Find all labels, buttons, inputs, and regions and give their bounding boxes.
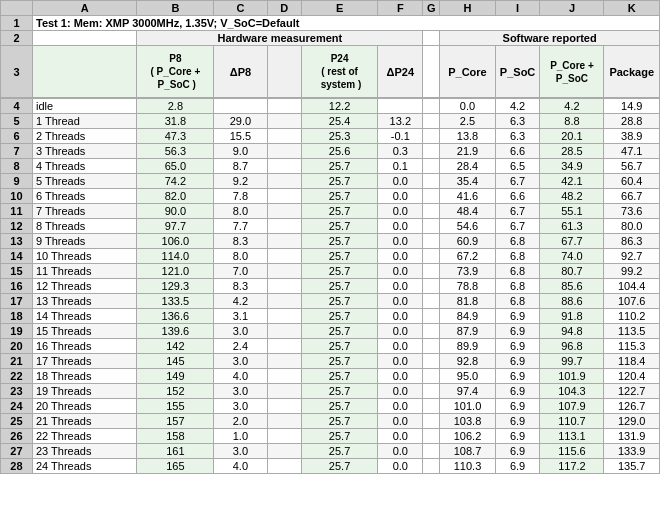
col-f-label: F [378, 1, 423, 16]
software-section-header: Software reported [440, 31, 660, 46]
delta-p8-value: 2.0 [214, 414, 267, 429]
col-d-cell [267, 339, 301, 354]
delta-p8-value: 3.0 [214, 354, 267, 369]
p8-value: 82.0 [137, 189, 214, 204]
p24-value: 25.7 [301, 264, 378, 279]
table-row: 2117 Threads1453.025.70.092.86.999.7118.… [1, 354, 660, 369]
delta-p24-value: 0.0 [378, 384, 423, 399]
package-value: 38.9 [604, 129, 660, 144]
separator-cell [423, 279, 440, 294]
col-d-cell [267, 384, 301, 399]
row-number: 24 [1, 399, 33, 414]
package-value: 135.7 [604, 459, 660, 474]
col-g-label: G [423, 1, 440, 16]
p8-value: 47.3 [137, 129, 214, 144]
col-d-cell [267, 99, 301, 114]
row-label: 12 Threads [32, 279, 137, 294]
p-core-plus-soc-value: 115.6 [540, 444, 604, 459]
row-label: 23 Threads [32, 444, 137, 459]
row-label: idle [32, 99, 137, 114]
p-core-plus-soc-value: 107.9 [540, 399, 604, 414]
row-label: 21 Threads [32, 414, 137, 429]
row-label: 24 Threads [32, 459, 137, 474]
p-core-value: 28.4 [440, 159, 495, 174]
delta-p24-value: 0.1 [378, 159, 423, 174]
p8-value: 121.0 [137, 264, 214, 279]
col-d-cell [267, 189, 301, 204]
p24-value: 25.7 [301, 339, 378, 354]
delta-p24-value: 0.0 [378, 414, 423, 429]
row-label: 1 Thread [32, 114, 137, 129]
delta-p8-value: 8.0 [214, 204, 267, 219]
p-soc-value: 6.8 [495, 294, 540, 309]
p-core-plus-soc-value: 96.8 [540, 339, 604, 354]
delta-p8-value: 4.0 [214, 369, 267, 384]
p-core-plus-soc-value: 85.6 [540, 279, 604, 294]
p8-value: 74.2 [137, 174, 214, 189]
package-value: 66.7 [604, 189, 660, 204]
delta-p24-value: 0.0 [378, 444, 423, 459]
table-row: 73 Threads56.39.025.60.321.96.628.547.1 [1, 144, 660, 159]
subheader-k: Package [604, 46, 660, 98]
col-d-cell [267, 369, 301, 384]
p-core-value: 89.9 [440, 339, 495, 354]
package-value: 129.0 [604, 414, 660, 429]
p-core-value: 48.4 [440, 204, 495, 219]
table-row: 2824 Threads1654.025.70.0110.36.9117.213… [1, 459, 660, 474]
p-core-plus-soc-value: 20.1 [540, 129, 604, 144]
hardware-section-header: Hardware measurement [137, 31, 423, 46]
delta-p24-value: 0.0 [378, 369, 423, 384]
col-d-cell [267, 129, 301, 144]
p-core-value: 101.0 [440, 399, 495, 414]
p-soc-value: 6.9 [495, 384, 540, 399]
p-core-value: 87.9 [440, 324, 495, 339]
p8-value: 90.0 [137, 204, 214, 219]
row-number: 5 [1, 114, 33, 129]
table-row: 51 Thread31.829.025.413.22.56.38.828.8 [1, 114, 660, 129]
package-value: 73.6 [604, 204, 660, 219]
p24-value: 25.7 [301, 384, 378, 399]
title-cell: Test 1: Mem: XMP 3000MHz, 1.35V; V_SoC=D… [32, 16, 659, 31]
row-label: 14 Threads [32, 309, 137, 324]
p-core-value: 0.0 [440, 99, 495, 114]
row-number: 8 [1, 159, 33, 174]
delta-p24-value: 0.0 [378, 189, 423, 204]
separator-cell [423, 264, 440, 279]
delta-p8-value: 8.0 [214, 249, 267, 264]
delta-p8-value: 9.2 [214, 174, 267, 189]
delta-p8-value: 3.1 [214, 309, 267, 324]
p-core-plus-soc-value: 94.8 [540, 324, 604, 339]
row-number: 17 [1, 294, 33, 309]
row-label: 6 Threads [32, 189, 137, 204]
row-label: 18 Threads [32, 369, 137, 384]
package-value: 92.7 [604, 249, 660, 264]
table-row: 95 Threads74.29.225.70.035.46.742.160.4 [1, 174, 660, 189]
row-number: 21 [1, 354, 33, 369]
delta-p24-value: 0.0 [378, 264, 423, 279]
separator-cell [423, 129, 440, 144]
p-soc-value: 6.7 [495, 204, 540, 219]
row2-g [423, 31, 440, 46]
col-e-label: E [301, 1, 378, 16]
p-soc-value: 6.3 [495, 129, 540, 144]
p24-value: 25.4 [301, 114, 378, 129]
package-value: 115.3 [604, 339, 660, 354]
p-soc-value: 6.7 [495, 174, 540, 189]
col-letter-row: A B C D E F G H I J K [1, 1, 660, 16]
separator-cell [423, 114, 440, 129]
delta-p24-value: 0.0 [378, 309, 423, 324]
p-core-plus-soc-value: 55.1 [540, 204, 604, 219]
package-value: 133.9 [604, 444, 660, 459]
row-num-1: 1 [1, 16, 33, 31]
row-num-2: 2 [1, 31, 33, 46]
row-number: 28 [1, 459, 33, 474]
col-b-label: B [137, 1, 214, 16]
p24-value: 12.2 [301, 99, 378, 114]
table-row: 2319 Threads1523.025.70.097.46.9104.3122… [1, 384, 660, 399]
package-value: 122.7 [604, 384, 660, 399]
col-a-label: A [32, 1, 137, 16]
p24-value: 25.7 [301, 414, 378, 429]
col-d-cell [267, 249, 301, 264]
p-core-value: 106.2 [440, 429, 495, 444]
separator-cell [423, 444, 440, 459]
